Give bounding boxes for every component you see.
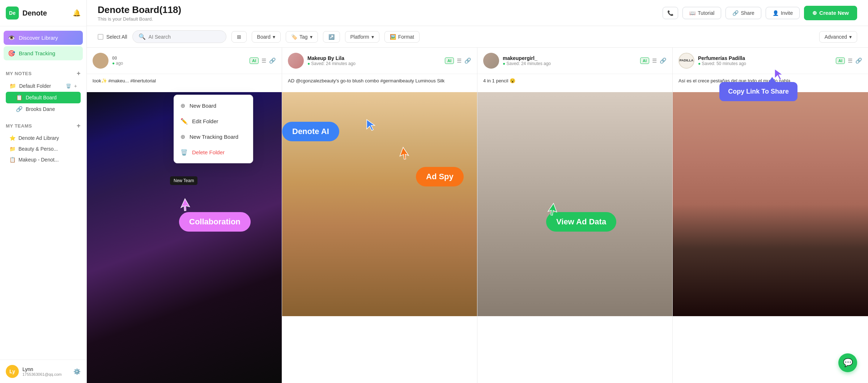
card-4-header: PADILLA Perfumerías Padilla ●Saved: 50 m… (673, 48, 868, 74)
folder-add-icon[interactable]: + (74, 83, 77, 89)
green-arrow-cursor (545, 203, 557, 218)
context-menu: ⊕ New Board ✏️ Edit Folder ⊕ New Trackin… (174, 95, 253, 163)
create-new-button[interactable]: ⊕ Create New (804, 6, 857, 20)
edit-folder-icon: ✏️ (180, 118, 188, 125)
svg-marker-4 (546, 203, 557, 216)
search-icon: 🔍 (139, 33, 146, 40)
new-board-item[interactable]: ⊕ New Board (174, 98, 253, 113)
folder-icon: 📁 (9, 83, 16, 89)
list-icon[interactable]: ☰ (652, 57, 657, 64)
ai-badge: AI (250, 57, 259, 64)
link-icon[interactable]: 🔗 (855, 57, 862, 64)
tag-filter[interactable]: 🏷️ Tag ▾ (286, 31, 318, 43)
link-icon[interactable]: 🔗 (269, 57, 276, 64)
card-2-user-info: Makeup By Lila ●Saved: 24 minutes ago (307, 55, 441, 66)
default-board-item[interactable]: 📋 Default Board (6, 92, 81, 103)
discover-library-icon: 👁️ (8, 34, 15, 41)
user-name: Lynn (22, 366, 70, 372)
format-dropdown[interactable]: 🖼️ Format (384, 31, 420, 43)
card-4-username: Perfumerías Padilla (698, 55, 832, 61)
team-board-icon: 📋 (9, 157, 16, 163)
ad-spy-callout[interactable]: Ad Spy (416, 167, 464, 186)
card-1-user-info: 00 ●ago (112, 56, 246, 66)
copy-link-tooltip[interactable]: Copy Link To Share (719, 82, 797, 101)
card-1-username: 00 (112, 56, 246, 61)
ai-badge: AI (836, 57, 845, 64)
team-denote-ad-library[interactable]: ⭐ Denote Ad Library (6, 133, 81, 143)
card-2-actions: AI ☰ 🔗 (445, 57, 471, 64)
team-makeup-denot[interactable]: 📋 Makeup - Denot... (6, 154, 81, 165)
ai-badge: AI (445, 57, 454, 64)
card-4-saved: ●Saved: 50 minutes ago (698, 61, 832, 66)
invite-icon: 👤 (773, 10, 779, 16)
collaboration-callout[interactable]: Collaboration (179, 212, 251, 232)
card-2-header: Makeup By Lila ●Saved: 24 minutes ago AI… (282, 48, 477, 74)
card-3-saved: ●Saved: 24 minutes ago (503, 61, 637, 66)
svg-marker-3 (178, 199, 190, 212)
chevron-down-icon: ▾ (371, 34, 374, 40)
new-tracking-icon: ⊕ (180, 133, 185, 140)
share-button[interactable]: 🔗 Share (726, 7, 761, 19)
new-tracking-board-item[interactable]: ⊕ New Tracking Board (174, 129, 253, 145)
card-1-actions: AI ☰ 🔗 (250, 57, 276, 64)
add-note-button[interactable]: + (77, 70, 81, 77)
advanced-dropdown[interactable]: Advanced ▾ (819, 31, 857, 43)
topbar: Denote Board(118) This is your Default B… (87, 0, 868, 26)
brand-tracking-icon: 🎯 (8, 50, 15, 57)
settings-icon[interactable]: ⚙️ (73, 368, 81, 375)
list-icon[interactable]: ☰ (457, 57, 461, 64)
sidebar-item-brand-tracking[interactable]: 🎯 Brand Tracking (4, 46, 83, 60)
card-3-user-info: makeupergirl_ ●Saved: 24 minutes ago (503, 55, 637, 66)
folder-trash-icon[interactable]: 🗑️ (66, 83, 71, 89)
search-input[interactable] (149, 34, 220, 40)
padilla-logo-text: PADILLA (680, 59, 693, 63)
add-team-button[interactable]: + (77, 122, 81, 130)
platform-dropdown[interactable]: Platform ▾ (345, 31, 379, 43)
edit-folder-item[interactable]: ✏️ Edit Folder (174, 113, 253, 129)
sidebar-footer: Ly Lynn 1755363061@qq.com ⚙️ (0, 360, 86, 383)
team-beauty-perso[interactable]: 📁 Beauty & Perso... (6, 143, 81, 154)
card-3-actions: AI ☰ 🔗 (640, 57, 667, 64)
list-icon[interactable]: ☰ (261, 57, 266, 64)
brooks-dane-item[interactable]: 🔗 Brooks Dane (6, 103, 81, 115)
select-all[interactable]: Select All (98, 34, 127, 40)
tag-icon: 🏷️ (291, 34, 297, 40)
sidebar-item-label: Discover Library (19, 35, 58, 41)
bell-icon[interactable]: 🔔 (73, 9, 81, 17)
sidebar-header: De Denote 🔔 (0, 0, 86, 26)
default-folder-item[interactable]: 📁 Default Folder 🗑️ + (6, 80, 81, 92)
my-notes-section: My Notes + 📁 Default Folder 🗑️ + 📋 Defau… (0, 66, 86, 119)
search-box[interactable]: 🔍 (132, 30, 226, 43)
delete-folder-item[interactable]: 🗑️ Delete Folder (174, 145, 253, 160)
chat-bubble[interactable]: 💬 (838, 353, 857, 372)
pink-arrow-cursor (178, 199, 190, 213)
grid-icon: ⊞ (237, 34, 241, 40)
link-icon[interactable]: 🔗 (660, 57, 667, 64)
team-star-icon: ⭐ (9, 135, 16, 141)
my-notes-header: My Notes + (6, 70, 81, 77)
select-all-checkbox[interactable] (98, 34, 103, 40)
phone-button[interactable]: 📞 (663, 7, 678, 19)
share-filter[interactable]: ↗️ (323, 31, 340, 43)
card-4-image (673, 92, 868, 383)
my-teams-section: My Teams + ⭐ Denote Ad Library 📁 Beauty … (0, 119, 86, 169)
user-email: 1755363061@qq.com (22, 372, 70, 376)
card-3-header: makeupergirl_ ●Saved: 24 minutes ago AI … (477, 48, 672, 74)
sidebar-item-discover-library[interactable]: 👁️ Discover Library (4, 31, 83, 45)
chevron-down-icon: ▾ (849, 34, 852, 40)
denote-ai-callout[interactable]: Denote AI (282, 122, 339, 141)
app-name: Denote (22, 9, 47, 17)
invite-button[interactable]: 👤 Invite (766, 7, 800, 19)
page-subtitle: This is your Default Board. (98, 16, 657, 22)
grid-view-toggle[interactable]: ⊞ (231, 31, 247, 43)
blue-arrow-cursor (365, 118, 377, 133)
chevron-down-icon: ▾ (310, 34, 312, 40)
link-icon[interactable]: 🔗 (464, 57, 471, 64)
card-4-avatar: PADILLA (678, 53, 694, 69)
main-content: Denote Board(118) This is your Default B… (87, 0, 868, 383)
topbar-actions: 📞 📖 Tutorial 🔗 Share 👤 Invite ⊕ Create N… (663, 6, 857, 20)
list-icon[interactable]: ☰ (848, 57, 852, 64)
tutorial-button[interactable]: 📖 Tutorial (682, 7, 721, 19)
board-dropdown[interactable]: Board ▾ (252, 31, 281, 43)
link-icon: 🔗 (16, 106, 23, 112)
